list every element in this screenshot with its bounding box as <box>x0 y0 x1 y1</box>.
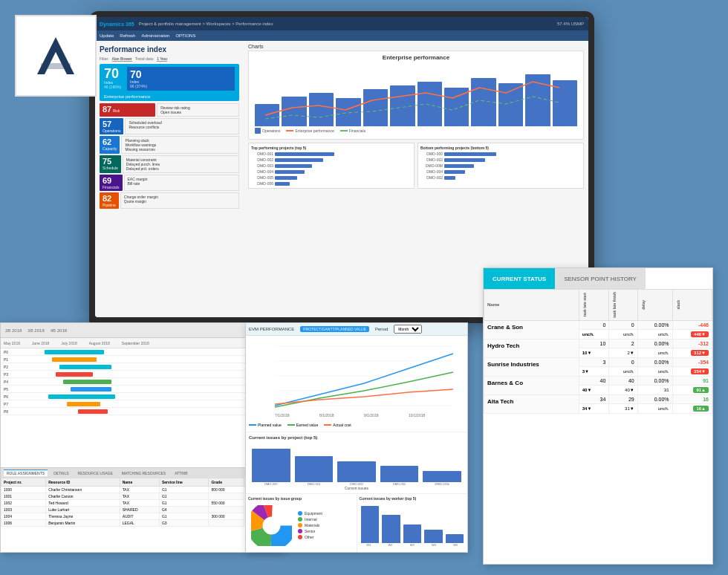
toolbar-update[interactable]: Update <box>100 33 114 38</box>
worker-bars <box>360 502 466 543</box>
sunrise-sub-delay: 354▼ <box>672 366 712 376</box>
tab-matching[interactable]: MATCHING RESOURCES <box>119 470 169 476</box>
gantt-body: P0 P1 P2 P3 P4 P5 P6 P7 <box>1 348 282 467</box>
fin-label: Financials <box>103 185 120 189</box>
top-proj-row-5: DMO-006 <box>251 181 412 186</box>
gantt-row-7: P7 <box>1 400 282 408</box>
gantt-months-row: May 2018 June 2018 July 2018 August 2018… <box>1 338 282 348</box>
month-2: July 2018 <box>61 341 77 345</box>
hydro-late-finish: 2 <box>609 339 637 348</box>
top-projects-chart: Top performing projects (top 5) DMO-001 … <box>248 143 415 189</box>
top-proj-row-0: DMO-001 <box>251 152 412 156</box>
company-name-barnes: Barnes & Co <box>484 376 579 394</box>
toolbar-options[interactable]: OPTIONS <box>175 33 195 38</box>
gantt-row-3: P3 <box>1 371 282 378</box>
legend-actual: Actual cost <box>324 423 351 427</box>
bottom-projects-chart: Bottom performing projects (bottom 5) DM… <box>417 143 584 189</box>
d365-topbar: Dynamics 365 Project & portfolio managem… <box>95 17 588 30</box>
gantt-period-label: 2B 2018 <box>5 328 22 333</box>
enterprise-kpi-card[interactable]: 70 Index 46 (190%) 70 Index 96 (374%) En… <box>100 64 239 101</box>
top-proj-row-4: DMO-005 <box>251 175 412 180</box>
hydro-sub-lf: 2▼ <box>609 348 637 357</box>
gantt-bar-8 <box>78 409 108 414</box>
month-4: September 2018 <box>122 341 149 345</box>
d365-toolbar[interactable]: Update Refresh Administration OPTIONS <box>95 30 588 41</box>
trend-kpi-number: 70 <box>130 69 232 79</box>
company-name-crane: Crane & Son <box>484 320 579 339</box>
sched-item-2: Delayed prd. orders <box>126 166 235 171</box>
issues-bars <box>249 441 464 482</box>
evm-period-select[interactable]: Month <box>394 325 422 334</box>
bot-proj-row-0: DMO-000 <box>420 152 581 156</box>
pie-legend-0: Equipment <box>298 511 322 516</box>
hydro-sub-ls: 10▼ <box>579 348 609 357</box>
col-resource: Resource ID <box>46 478 120 487</box>
hydro-late-start: 10 <box>579 339 609 348</box>
enterprise-kpi-name: Enterprise performance <box>104 94 151 99</box>
fin-item-1: Bill rate <box>128 181 235 186</box>
crane-sub-delay: 446▼ <box>672 329 712 339</box>
tab-current-status[interactable]: CURRENT STATUS <box>484 268 555 289</box>
company-row-hydro: Hydro Tech 10 2 0.00% -312 <box>484 339 712 348</box>
chart-line-svg <box>252 67 580 126</box>
fin-number: 69 <box>103 176 111 185</box>
sunrise-sub-lf: unch. <box>609 366 637 376</box>
barnes-late-start: 40 <box>579 376 609 385</box>
tab-role-assignments[interactable]: ROLE ASSIGNMENTS <box>4 470 48 476</box>
worker-0: W1 <box>360 543 378 547</box>
status-header: CURRENT STATUS SENSOR POINT HISTORY <box>484 268 712 289</box>
worker-2: W3 <box>403 543 421 547</box>
pie-svg <box>251 505 292 546</box>
d365-logo: Dynamics 365 <box>100 22 134 27</box>
bot-proj-row-4: DMO-002 <box>420 175 581 180</box>
company-row-alta: Alta Tech 34 29 0.00% 16 <box>484 394 712 403</box>
sunrise-delay: -354 <box>672 357 712 366</box>
toolbar-refresh[interactable]: Refresh <box>120 33 135 38</box>
issue-bar-3 <box>380 466 419 482</box>
svg-rect-2 <box>41 63 71 69</box>
company-logo-icon <box>30 30 82 82</box>
tab-details[interactable]: DETAILS <box>51 470 71 476</box>
legend-financials: Financials <box>340 128 366 134</box>
legend-operations: Operations <box>255 128 280 134</box>
toolbar-administration[interactable]: Administration <box>141 33 169 38</box>
col-service: Service line <box>159 478 209 487</box>
enterprise-kpi-sub: 46 (190%) <box>104 85 121 89</box>
evm-button[interactable]: PROTECT/GANTT/PLANNED VALUE <box>300 326 369 332</box>
filter-row: Filter: Alan Brewer Trend data: 1 Year <box>100 56 239 62</box>
pie-legend-4: Other <box>298 535 322 539</box>
worker-bar-0 <box>361 506 380 543</box>
crane-late-finish: 0 <box>609 320 637 329</box>
enterprise-kpi-number: 70 <box>104 67 121 80</box>
hydro-pct: 0.00% <box>637 339 672 348</box>
col-name-header: Name <box>484 290 579 321</box>
crane-sub-lf: unch. <box>609 329 637 339</box>
filter-label: Filter: <box>100 56 109 62</box>
barnes-sub-ls: 40▼ <box>579 385 609 394</box>
legend-enterprise: Enterprise performance <box>286 128 334 134</box>
top-proj-row-2: DMO-003 <box>251 163 412 168</box>
crane-sub-ls: unch. <box>579 329 609 339</box>
tab-attrib[interactable]: ATTRIB <box>172 470 190 476</box>
gantt-bar-2 <box>59 365 111 369</box>
sched-label: Schedule <box>103 166 118 170</box>
bottom-tabs[interactable]: ROLE ASSIGNMENTS DETAILS RESOURCE USAGE … <box>1 467 282 478</box>
month-3: August 2018 <box>89 341 110 345</box>
page-title: Performance index <box>100 45 239 53</box>
hydro-sub-pct: unch. <box>637 348 672 357</box>
top-proj-row-3: DMO-004 <box>251 169 412 174</box>
barnes-delay: 91 <box>672 376 712 385</box>
d365-user-info: 57.4% USMP <box>557 22 584 26</box>
bot-proj-row-2: DMO-00M <box>420 163 581 168</box>
tab-resource-usage[interactable]: RESOURCE USAGE <box>75 470 116 476</box>
issue-bar-4 <box>423 471 461 482</box>
col-slack-header: slack <box>672 290 712 321</box>
tab-sensor-history[interactable]: SENSOR POINT HISTORY <box>555 268 646 289</box>
d365-breadcrumb: Project & portfolio management > Workspa… <box>139 22 273 26</box>
worker-bar-3 <box>424 530 443 543</box>
gantt-bar-0 <box>45 350 104 354</box>
crane-delay: -446 <box>672 320 712 329</box>
cap-item-2: Missing resources <box>125 147 235 152</box>
pie-legend-3: Senior <box>298 529 322 533</box>
worker-chart-title: Current issues by worker (top 5) <box>360 496 466 501</box>
